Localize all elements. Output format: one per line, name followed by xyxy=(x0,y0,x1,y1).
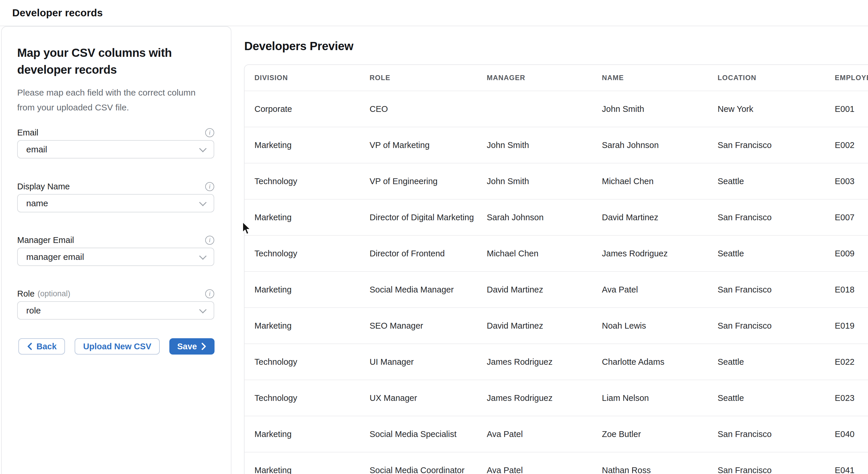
field-group: Role (optional) i role xyxy=(17,288,214,320)
upload-new-csv-button[interactable]: Upload New CSV xyxy=(74,338,160,354)
top-bar: Developer records xyxy=(0,0,868,26)
cell-location: Seattle xyxy=(708,249,825,258)
cell-role: Director of Frontend xyxy=(360,249,477,258)
cell-name: Zoe Butler xyxy=(592,430,708,439)
cell-location: San Francisco xyxy=(708,430,825,439)
cell-name: Michael Chen xyxy=(592,177,708,186)
save-button[interactable]: Save xyxy=(169,338,215,354)
cell-name: James Rodriguez xyxy=(592,249,708,258)
cell-division: Technology xyxy=(245,357,360,367)
field-label: Email xyxy=(17,128,38,137)
cell-name: Ava Patel xyxy=(592,285,708,294)
table-row: Technology VP of Engineering John Smith … xyxy=(245,163,868,199)
mapping-heading: Map your CSV columns with developer reco… xyxy=(17,44,204,78)
field-label-row: Manager Email i xyxy=(17,234,214,246)
info-icon[interactable]: i xyxy=(205,289,214,298)
column-header-division: DIVISION xyxy=(245,74,360,82)
cell-name: John Smith xyxy=(592,104,708,114)
cell-location: San Francisco xyxy=(708,321,825,331)
save-button-label: Save xyxy=(177,342,197,351)
cell-name: Noah Lewis xyxy=(592,321,708,331)
cell-division: Marketing xyxy=(245,285,360,294)
cell-employee-id: E009 xyxy=(825,249,868,258)
cell-manager: James Rodriguez xyxy=(477,357,592,367)
chevron-right-icon xyxy=(201,343,207,350)
cell-division: Technology xyxy=(245,249,360,258)
column-header-role: ROLE xyxy=(360,74,477,82)
table-row: Technology Director of Frontend Michael … xyxy=(245,235,868,271)
table-row: Marketing Social Media Manager David Mar… xyxy=(245,271,868,307)
cell-name: Nathan Ross xyxy=(592,466,708,474)
column-select[interactable]: name xyxy=(17,194,214,212)
cell-role: SEO Manager xyxy=(360,321,477,331)
field-label: Manager Email xyxy=(17,235,74,245)
column-header-employee-id: EMPLOYEE ID xyxy=(825,74,868,82)
cell-manager: John Smith xyxy=(477,177,592,186)
cell-division: Marketing xyxy=(245,140,360,150)
column-header-manager: MANAGER xyxy=(477,74,592,82)
cell-manager: John Smith xyxy=(477,140,592,150)
select-value: role xyxy=(26,306,41,316)
info-icon[interactable]: i xyxy=(205,236,214,245)
mapping-description: Please map each field with the correct c… xyxy=(17,85,211,115)
back-button-label: Back xyxy=(36,342,57,351)
column-header-name: NAME xyxy=(592,74,708,82)
field-group: Manager Email i manager email xyxy=(17,234,214,266)
cell-role: CEO xyxy=(360,104,477,114)
field-optional: (optional) xyxy=(38,289,70,298)
cell-manager: Michael Chen xyxy=(477,249,592,258)
cell-division: Technology xyxy=(245,393,360,403)
chevron-left-icon xyxy=(27,343,33,350)
page-title: Developer records xyxy=(12,7,103,19)
preview-heading: Developers Preview xyxy=(244,40,353,53)
cell-employee-id: E022 xyxy=(825,357,868,367)
cell-employee-id: E040 xyxy=(825,430,868,439)
field-label-row: Role (optional) i xyxy=(17,288,214,299)
column-select[interactable]: role xyxy=(17,301,214,320)
chevron-down-icon xyxy=(199,252,206,260)
developers-preview-table: DIVISION ROLE MANAGER NAME LOCATION EMPL… xyxy=(244,64,868,474)
cell-division: Corporate xyxy=(245,104,360,114)
cell-division: Marketing xyxy=(245,466,360,474)
table-row: Marketing Social Media Specialist Ava Pa… xyxy=(245,416,868,452)
cell-location: San Francisco xyxy=(708,466,825,474)
select-value: manager email xyxy=(26,252,84,262)
table-row: Technology UX Manager James Rodriguez Li… xyxy=(245,380,868,416)
chevron-down-icon xyxy=(199,145,206,152)
cell-name: Liam Nelson xyxy=(592,393,708,403)
cell-name: Charlotte Adams xyxy=(592,357,708,367)
table-header-row: DIVISION ROLE MANAGER NAME LOCATION EMPL… xyxy=(245,65,868,91)
info-icon[interactable]: i xyxy=(205,128,214,137)
cell-location: Seattle xyxy=(708,357,825,367)
table-row: Corporate CEO John Smith New York E001 xyxy=(245,91,868,127)
select-value: email xyxy=(26,145,47,154)
table-row: Technology UI Manager James Rodriguez Ch… xyxy=(245,344,868,380)
cell-location: San Francisco xyxy=(708,140,825,150)
cell-location: Seattle xyxy=(708,177,825,186)
cell-manager: David Martinez xyxy=(477,285,592,294)
cell-division: Technology xyxy=(245,177,360,186)
cell-role: Social Media Manager xyxy=(360,285,477,294)
cell-division: Marketing xyxy=(245,430,360,439)
cell-name: David Martinez xyxy=(592,213,708,222)
table-row: Marketing VP of Marketing John Smith Sar… xyxy=(245,127,868,163)
field-label-row: Email i xyxy=(17,127,214,138)
column-select[interactable]: manager email xyxy=(17,248,214,266)
field-label: Role xyxy=(17,289,35,298)
column-select[interactable]: email xyxy=(17,140,214,158)
cell-role: Social Media Specialist xyxy=(360,430,477,439)
csv-mapping-panel: Map your CSV columns with developer reco… xyxy=(1,26,231,474)
chevron-down-icon xyxy=(199,306,206,313)
table-row: Marketing Director of Digital Marketing … xyxy=(245,199,868,235)
info-icon[interactable]: i xyxy=(205,182,214,191)
table-row: Marketing Social Media Coordinator Ava P… xyxy=(245,452,868,474)
table-row: Marketing SEO Manager David Martinez Noa… xyxy=(245,307,868,344)
upload-button-label: Upload New CSV xyxy=(83,342,151,351)
back-button[interactable]: Back xyxy=(18,338,65,354)
chevron-down-icon xyxy=(199,199,206,206)
cell-role: Director of Digital Marketing xyxy=(360,213,477,222)
cell-role: UX Manager xyxy=(360,393,477,403)
select-value: name xyxy=(26,198,48,208)
cell-division: Marketing xyxy=(245,321,360,331)
cell-role: Social Media Coordinator xyxy=(360,466,477,474)
